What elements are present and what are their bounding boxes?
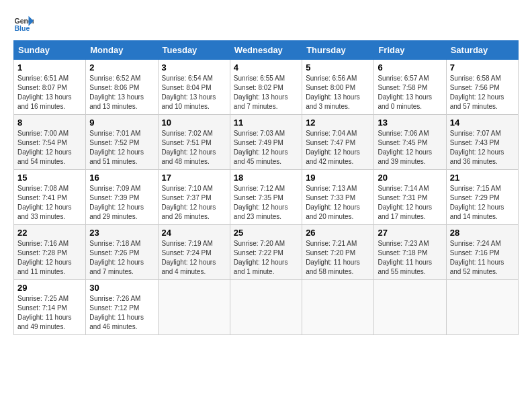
week-row-4: 22Sunrise: 7:16 AM Sunset: 7:28 PM Dayli… [14,225,519,280]
day-info: Sunrise: 6:54 AM Sunset: 8:04 PM Dayligh… [162,74,226,111]
day-info: Sunrise: 7:21 AM Sunset: 7:20 PM Dayligh… [306,239,370,277]
day-number: 18 [234,173,298,183]
day-number: 4 [234,62,298,73]
week-row-3: 15Sunrise: 7:08 AM Sunset: 7:41 PM Dayli… [14,170,519,225]
day-info: Sunrise: 6:58 AM Sunset: 7:56 PM Dayligh… [450,74,515,111]
day-number: 9 [89,118,154,128]
day-cell [446,280,518,335]
day-info: Sunrise: 7:03 AM Sunset: 7:49 PM Dayligh… [234,129,298,167]
day-number: 1 [17,62,82,73]
day-info: Sunrise: 7:01 AM Sunset: 7:52 PM Dayligh… [89,129,154,167]
day-header-sunday: Sunday [14,41,86,60]
day-header-thursday: Thursday [302,41,374,60]
day-info: Sunrise: 6:56 AM Sunset: 8:00 PM Dayligh… [306,74,370,111]
day-number: 25 [234,228,298,238]
day-info: Sunrise: 6:51 AM Sunset: 8:07 PM Dayligh… [17,74,82,111]
day-info: Sunrise: 7:13 AM Sunset: 7:33 PM Dayligh… [306,184,370,222]
day-number: 22 [17,228,82,238]
day-number: 21 [450,173,515,183]
day-info: Sunrise: 7:07 AM Sunset: 7:43 PM Dayligh… [450,129,515,167]
calendar-table: SundayMondayTuesdayWednesdayThursdayFrid… [13,40,519,335]
logo: General Blue [13,13,34,34]
week-row-1: 1Sunrise: 6:51 AM Sunset: 8:07 PM Daylig… [14,60,519,115]
day-cell: 15Sunrise: 7:08 AM Sunset: 7:41 PM Dayli… [14,170,86,225]
day-info: Sunrise: 7:16 AM Sunset: 7:28 PM Dayligh… [17,239,82,277]
day-cell: 22Sunrise: 7:16 AM Sunset: 7:28 PM Dayli… [14,225,86,280]
day-number: 30 [89,283,154,293]
day-number: 10 [162,118,226,128]
day-info: Sunrise: 7:24 AM Sunset: 7:16 PM Dayligh… [450,239,515,277]
day-number: 17 [162,173,226,183]
day-cell [374,280,446,335]
day-info: Sunrise: 7:18 AM Sunset: 7:26 PM Dayligh… [89,239,154,277]
day-number: 12 [306,118,370,128]
day-number: 3 [162,62,226,73]
day-number: 14 [450,118,515,128]
day-header-tuesday: Tuesday [158,41,230,60]
day-cell: 21Sunrise: 7:15 AM Sunset: 7:29 PM Dayli… [446,170,518,225]
day-cell: 9Sunrise: 7:01 AM Sunset: 7:52 PM Daylig… [86,115,158,170]
day-headers-row: SundayMondayTuesdayWednesdayThursdayFrid… [14,41,519,60]
day-number: 24 [162,228,226,238]
day-info: Sunrise: 6:55 AM Sunset: 8:02 PM Dayligh… [234,74,298,111]
day-number: 15 [17,173,82,183]
day-info: Sunrise: 6:52 AM Sunset: 8:06 PM Dayligh… [89,74,154,111]
day-info: Sunrise: 7:12 AM Sunset: 7:35 PM Dayligh… [234,184,298,222]
day-cell: 18Sunrise: 7:12 AM Sunset: 7:35 PM Dayli… [230,170,302,225]
day-cell: 27Sunrise: 7:23 AM Sunset: 7:18 PM Dayli… [374,225,446,280]
day-cell [158,280,230,335]
day-info: Sunrise: 7:20 AM Sunset: 7:22 PM Dayligh… [234,239,298,277]
day-header-monday: Monday [86,41,158,60]
day-cell: 24Sunrise: 7:19 AM Sunset: 7:24 PM Dayli… [158,225,230,280]
day-number: 26 [306,228,370,238]
day-info: Sunrise: 7:04 AM Sunset: 7:47 PM Dayligh… [306,129,370,167]
day-cell: 25Sunrise: 7:20 AM Sunset: 7:22 PM Dayli… [230,225,302,280]
day-cell: 1Sunrise: 6:51 AM Sunset: 8:07 PM Daylig… [14,60,86,115]
day-info: Sunrise: 7:09 AM Sunset: 7:39 PM Dayligh… [89,184,154,222]
day-info: Sunrise: 7:02 AM Sunset: 7:51 PM Dayligh… [162,129,226,167]
day-number: 16 [89,173,154,183]
day-number: 29 [17,283,82,293]
day-cell: 4Sunrise: 6:55 AM Sunset: 8:02 PM Daylig… [230,60,302,115]
day-info: Sunrise: 7:19 AM Sunset: 7:24 PM Dayligh… [162,239,226,277]
day-cell: 16Sunrise: 7:09 AM Sunset: 7:39 PM Dayli… [86,170,158,225]
logo-icon: General Blue [13,13,34,34]
day-number: 20 [378,173,442,183]
day-cell: 10Sunrise: 7:02 AM Sunset: 7:51 PM Dayli… [158,115,230,170]
day-cell: 6Sunrise: 6:57 AM Sunset: 7:58 PM Daylig… [374,60,446,115]
day-number: 7 [450,62,515,73]
day-cell: 14Sunrise: 7:07 AM Sunset: 7:43 PM Dayli… [446,115,518,170]
day-header-saturday: Saturday [446,41,518,60]
day-info: Sunrise: 7:14 AM Sunset: 7:31 PM Dayligh… [378,184,442,222]
day-cell: 20Sunrise: 7:14 AM Sunset: 7:31 PM Dayli… [374,170,446,225]
day-cell: 19Sunrise: 7:13 AM Sunset: 7:33 PM Dayli… [302,170,374,225]
day-info: Sunrise: 7:25 AM Sunset: 7:14 PM Dayligh… [17,294,82,332]
day-number: 6 [378,62,442,73]
day-number: 19 [306,173,370,183]
day-info: Sunrise: 7:26 AM Sunset: 7:12 PM Dayligh… [89,294,154,332]
day-cell: 28Sunrise: 7:24 AM Sunset: 7:16 PM Dayli… [446,225,518,280]
day-cell [302,280,374,335]
day-number: 23 [89,228,154,238]
day-number: 13 [378,118,442,128]
day-number: 8 [17,118,82,128]
day-info: Sunrise: 7:08 AM Sunset: 7:41 PM Dayligh… [17,184,82,222]
day-cell: 29Sunrise: 7:25 AM Sunset: 7:14 PM Dayli… [14,280,86,335]
day-info: Sunrise: 7:23 AM Sunset: 7:18 PM Dayligh… [378,239,442,277]
day-info: Sunrise: 6:57 AM Sunset: 7:58 PM Dayligh… [378,74,442,111]
day-cell: 26Sunrise: 7:21 AM Sunset: 7:20 PM Dayli… [302,225,374,280]
day-cell: 12Sunrise: 7:04 AM Sunset: 7:47 PM Dayli… [302,115,374,170]
day-cell: 8Sunrise: 7:00 AM Sunset: 7:54 PM Daylig… [14,115,86,170]
day-header-friday: Friday [374,41,446,60]
day-number: 11 [234,118,298,128]
day-cell: 17Sunrise: 7:10 AM Sunset: 7:37 PM Dayli… [158,170,230,225]
svg-text:Blue: Blue [15,24,30,32]
day-cell: 30Sunrise: 7:26 AM Sunset: 7:12 PM Dayli… [86,280,158,335]
day-number: 28 [450,228,515,238]
week-row-5: 29Sunrise: 7:25 AM Sunset: 7:14 PM Dayli… [14,280,519,335]
day-cell [230,280,302,335]
day-cell: 3Sunrise: 6:54 AM Sunset: 8:04 PM Daylig… [158,60,230,115]
week-row-2: 8Sunrise: 7:00 AM Sunset: 7:54 PM Daylig… [14,115,519,170]
day-cell: 2Sunrise: 6:52 AM Sunset: 8:06 PM Daylig… [86,60,158,115]
day-cell: 23Sunrise: 7:18 AM Sunset: 7:26 PM Dayli… [86,225,158,280]
